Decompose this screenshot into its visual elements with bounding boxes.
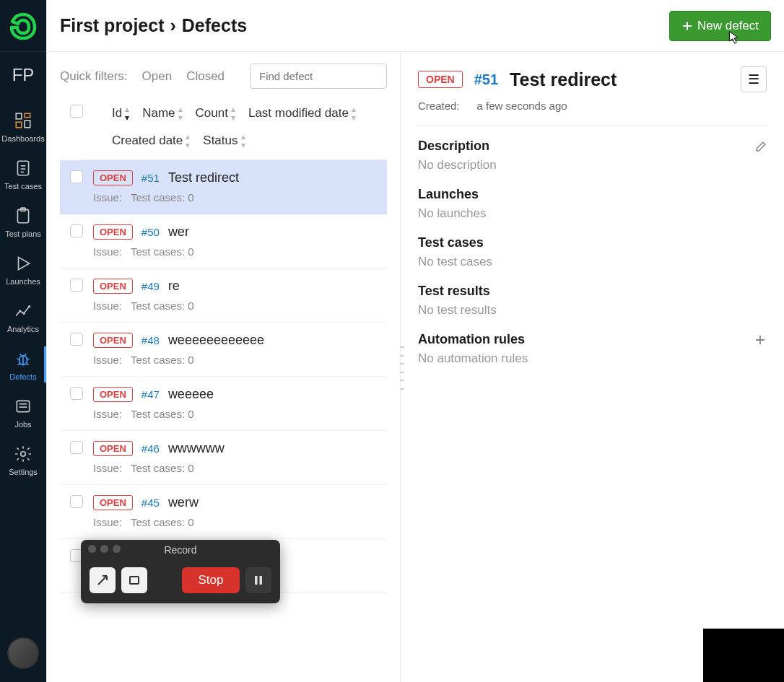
issue-label: Issue: (93, 300, 122, 312)
sidebar-item-launches[interactable]: Launches (0, 245, 46, 293)
sidebar-item-label: Launches (6, 277, 40, 286)
testcases-meta: Test cases: 0 (131, 354, 194, 366)
recorder-pointer-button[interactable] (90, 567, 116, 593)
defect-row[interactable]: OPEN#51Test redirectIssue:Test cases: 0 (60, 160, 387, 214)
defect-row[interactable]: OPEN#50werIssue:Test cases: 0 (60, 214, 387, 268)
svg-marker-10 (19, 257, 30, 269)
launches-value: No launches (418, 206, 767, 221)
row-checkbox[interactable] (70, 224, 83, 237)
col-count[interactable]: Count▴▾ (196, 105, 235, 122)
sidebar-item-jobs[interactable]: Jobs (0, 388, 46, 436)
defect-id[interactable]: #45 (141, 497, 160, 509)
row-checkbox[interactable] (70, 495, 83, 508)
row-checkbox[interactable] (70, 170, 83, 183)
resize-handle[interactable] (400, 346, 404, 390)
defect-id[interactable]: #50 (141, 226, 160, 238)
select-all-checkbox[interactable] (70, 105, 83, 118)
cursor-icon (727, 30, 741, 45)
sidebar-item-label: Dashboards (1, 134, 44, 143)
filter-open[interactable]: Open (142, 69, 173, 84)
svg-rect-21 (255, 576, 258, 585)
user-avatar[interactable] (7, 637, 39, 669)
status-badge: OPEN (93, 279, 133, 294)
recorder-window-button[interactable] (121, 567, 147, 593)
status-badge: OPEN (93, 224, 133, 240)
filters-label: Quick filters: (60, 69, 128, 84)
status-badge: OPEN (93, 333, 133, 348)
col-id[interactable]: Id▴▾ (112, 105, 129, 122)
detail-id[interactable]: #51 (474, 71, 498, 88)
new-defect-button[interactable]: New defect (669, 11, 771, 41)
status-badge: OPEN (93, 495, 133, 510)
defect-title: Test redirect (168, 170, 239, 185)
corner-overlay (703, 629, 784, 682)
svg-point-19 (21, 452, 26, 457)
project-code[interactable]: FP (12, 65, 35, 85)
description-heading: Description (418, 139, 755, 154)
defect-row[interactable]: OPEN#47weeeeeIssue:Test cases: 0 (60, 377, 387, 431)
row-checkbox[interactable] (70, 279, 83, 292)
row-checkbox[interactable] (70, 441, 83, 454)
detail-menu-button[interactable]: ☰ (741, 66, 767, 92)
edit-icon[interactable] (755, 141, 767, 152)
breadcrumb-project[interactable]: First project (60, 15, 164, 36)
row-checkbox[interactable] (70, 333, 83, 346)
defect-id[interactable]: #51 (141, 172, 160, 184)
pause-icon (253, 574, 264, 586)
plus-icon[interactable] (754, 333, 767, 346)
col-created[interactable]: Created date▴▾ (112, 132, 190, 149)
recorder-stop-button[interactable]: Stop (182, 567, 240, 593)
breadcrumb: First project › Defects (60, 15, 669, 36)
sidebar-item-settings[interactable]: Settings (0, 436, 46, 484)
analytics-icon (14, 302, 32, 320)
logo-icon (9, 12, 38, 40)
app-logo[interactable] (0, 0, 46, 52)
svg-rect-0 (16, 113, 22, 119)
testresults-heading: Test results (418, 284, 767, 299)
arrow-icon (96, 574, 109, 587)
recorder-title: Record (81, 540, 280, 560)
sidebar-item-analytics[interactable]: Analytics (0, 293, 46, 341)
row-checkbox[interactable] (70, 387, 83, 400)
defect-row[interactable]: OPEN#49reIssue:Test cases: 0 (60, 268, 387, 323)
defect-id[interactable]: #47 (141, 388, 160, 401)
search-input[interactable] (250, 64, 387, 89)
defect-row[interactable]: OPEN#48weeeeeeeeeeeeIssue:Test cases: 0 (60, 323, 387, 377)
window-icon (128, 574, 141, 587)
sidebar-item-label: Test cases (4, 182, 42, 191)
screen-recorder[interactable]: Record Stop (81, 540, 280, 603)
sidebar-item-dashboards[interactable]: Dashboards (0, 102, 46, 150)
testcases-icon (14, 159, 32, 178)
dashboard-icon (14, 111, 32, 130)
sidebar-item-label: Settings (9, 468, 38, 476)
svg-rect-4 (17, 161, 28, 175)
defect-row[interactable]: OPEN#45werwIssue:Test cases: 0 (60, 485, 387, 539)
issue-label: Issue: (93, 516, 122, 528)
defect-id[interactable]: #48 (141, 334, 160, 346)
detail-status-badge: OPEN (418, 71, 463, 88)
svg-rect-22 (260, 576, 263, 585)
defect-title: wwwwww (168, 441, 225, 456)
traffic-lights[interactable] (88, 545, 121, 553)
defect-title: re (168, 279, 180, 294)
jobs-icon (14, 397, 32, 416)
automation-heading: Automation rules (418, 332, 754, 347)
issue-label: Issue: (93, 245, 122, 258)
recorder-pause-button[interactable] (245, 567, 271, 593)
testcases-meta: Test cases: 0 (131, 516, 194, 528)
defect-row[interactable]: OPEN#46wwwwwwIssue:Test cases: 0 (60, 431, 387, 485)
testresults-value: No test results (418, 303, 767, 318)
defect-id[interactable]: #46 (141, 442, 160, 455)
col-name[interactable]: Name▴▾ (142, 105, 182, 122)
testcases-meta: Test cases: 0 (131, 462, 194, 474)
sidebar-item-testcases[interactable]: Test cases (0, 150, 46, 198)
sidebar-item-label: Analytics (7, 325, 39, 333)
defect-id[interactable]: #49 (141, 280, 160, 292)
testcases-value: No test cases (418, 255, 767, 269)
launches-icon (14, 254, 32, 273)
sidebar-item-defects[interactable]: Defects (0, 341, 46, 388)
col-modified[interactable]: Last modified date▴▾ (248, 105, 356, 122)
sidebar-item-testplans[interactable]: Test plans (0, 198, 46, 245)
filter-closed[interactable]: Closed (186, 69, 225, 84)
col-status[interactable]: Status▴▾ (203, 132, 245, 149)
